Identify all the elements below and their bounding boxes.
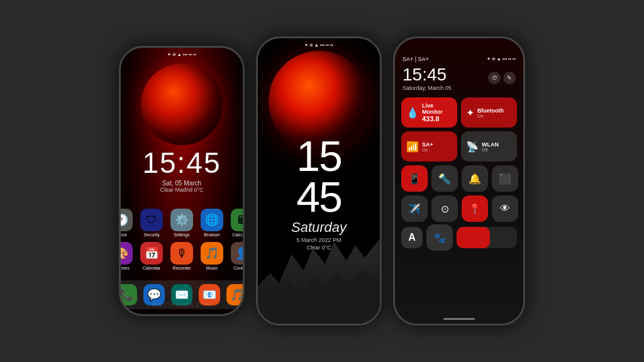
music2-icon: 🎵 (226, 284, 243, 305)
wifi-icon: 📡 (466, 141, 479, 153)
bluetooth-tile[interactable]: ✦ Bluetooth On (461, 97, 517, 128)
status-icons-1: ✦ ⊕ ▲ ▪▪▪ ▪▪ ▪▪ (167, 52, 196, 57)
flashlight-tile[interactable]: 🔦 (431, 165, 458, 192)
cc-edit-icon[interactable]: ✎ (503, 72, 516, 84)
app-music[interactable]: 🎵 Music (201, 242, 223, 270)
cc-row-4: ✈️ ⊙ 📍 👁 (401, 195, 517, 222)
contacts-icon: 👤 (231, 242, 243, 265)
font-tile[interactable]: A (401, 227, 423, 248)
app-grid: 🕐 Clock 🛡 Security ⚙️ Settings 🌐 Browser… (121, 209, 243, 270)
flashlight-icon: 🔦 (438, 173, 451, 185)
music-icon: 🎵 (201, 242, 223, 265)
sa-tile[interactable]: 📶 SA+ On (401, 131, 457, 162)
cc-date: Saturday, March 05 (402, 85, 452, 91)
app-browser[interactable]: 🌐 Browser (201, 209, 223, 237)
cc-action-icons: ⏱ ✎ (488, 72, 516, 84)
bluetooth-icon: ✦ (466, 107, 474, 119)
control-tiles: 💧 Live Monitor 433.8 ✦ Bluetooth On (395, 95, 523, 224)
airplane-tile[interactable]: ✈️ (401, 195, 428, 222)
dock-music2[interactable]: 🎵 (226, 284, 243, 305)
phone-2: ✦ ⊕ ▲ ▪▪▪ ▪▪ ▪▪ 15 45 Saturday 5 March 2… (256, 36, 382, 326)
sa-text: SA+ On (422, 141, 433, 152)
cc-status-icons: ✦ ⊕ ▲ ▪▪▪ ▪▪ ▪▪ (487, 57, 516, 62)
live-monitor-tile[interactable]: 💧 Live Monitor 433.8 (401, 97, 457, 128)
airplane-icon: ✈️ (408, 203, 421, 215)
music-label: Music (206, 266, 218, 270)
wlan-sub: Off (482, 148, 499, 152)
focus-tile[interactable]: ⊙ (431, 195, 458, 222)
wlan-title: WLAN (482, 141, 499, 148)
live-monitor-text: Live Monitor 433.8 (422, 102, 452, 123)
app-calculator[interactable]: 🖩 Calculator (231, 209, 243, 237)
calculator-label: Calculator (232, 233, 243, 237)
clock-icon: 🕐 (121, 209, 133, 231)
calendar-icon: 📅 (140, 242, 163, 265)
wlan-tile[interactable]: 📡 WLAN Off (461, 131, 517, 162)
app-clock[interactable]: 🕐 Clock (121, 209, 133, 237)
phone-2-screen: ✦ ⊕ ▲ ▪▪▪ ▪▪ ▪▪ 15 45 Saturday 5 March 2… (258, 38, 380, 324)
cc-time: 15:45 (402, 65, 452, 85)
sa-sub: On (422, 148, 433, 152)
security-icon: 🛡 (140, 209, 163, 231)
home-indicator[interactable] (443, 318, 475, 320)
cc-time-date: 15:45 Saturday, March 05 (402, 65, 452, 91)
time-display-1: 15:45 (142, 148, 221, 177)
app-recorder[interactable]: 🎙 Recorder (170, 242, 193, 270)
phone-1: ✦ ⊕ ▲ ▪▪▪ ▪▪ ▪▪ 15:45 Sat, 05 March Clea… (119, 46, 245, 316)
cc-timer-icon[interactable]: ⏱ (488, 72, 501, 84)
live-monitor-icon: 💧 (406, 107, 419, 119)
screen-record-icon: ⬛ (499, 173, 511, 185)
security-label: Security (143, 233, 159, 237)
settings-label: Settings (174, 233, 189, 237)
weather-display-1: Clear Madrid 0°C (142, 187, 221, 193)
clock-widget-1: 15:45 Sat, 05 March Clear Madrid 0°C (142, 148, 221, 193)
bluetooth-text: Bluetooth On (477, 107, 504, 118)
cc-row-1: 💧 Live Monitor 433.8 ✦ Bluetooth On (401, 97, 517, 128)
app-contacts[interactable]: 👤 Contacts (231, 242, 243, 270)
eye-tile[interactable]: 👁 (492, 195, 518, 222)
sa-title: SA+ (422, 141, 433, 148)
wlan-text: WLAN Off (482, 141, 499, 152)
bluetooth-title: Bluetooth (477, 107, 504, 114)
cc-row-3: 📱 🔦 🔔 ⬛ (401, 165, 517, 192)
app-calendar[interactable]: 📅 Calendar (140, 242, 163, 270)
calendar-label: Calendar (143, 266, 160, 270)
browser-icon: 🌐 (201, 209, 223, 231)
recorder-icon: 🎙 (170, 242, 193, 265)
pet-icon: 🐾 (433, 232, 446, 244)
alarm-icon: 🔔 (469, 173, 481, 185)
settings-icon: ⚙️ (170, 209, 193, 231)
browser-label: Browser (204, 233, 220, 237)
phone-1-screen: ✦ ⊕ ▲ ▪▪▪ ▪▪ ▪▪ 15:45 Sat, 05 March Clea… (121, 48, 243, 314)
phone-2-statusbar: ✦ ⊕ ▲ ▪▪▪ ▪▪ ▪▪ (258, 38, 380, 52)
dock-phone[interactable]: 📞 (121, 284, 137, 305)
cc-media-row: A 🐾 (395, 224, 523, 251)
app-settings[interactable]: ⚙️ Settings (170, 209, 193, 237)
mountain-background (258, 211, 380, 324)
control-center-header: SA+ | SA+ ✦ ⊕ ▲ ▪▪▪ ▪▪ ▪▪ 15:45 Saturday… (395, 38, 523, 95)
app-row-1: 🕐 Clock 🛡 Security ⚙️ Settings 🌐 Browser… (121, 209, 243, 237)
themes-label: Themes (121, 266, 130, 270)
status-icons-2: ✦ ⊕ ▲ ▪▪▪ ▪▪ ▪▪ (304, 43, 333, 48)
brightness-bar[interactable] (457, 227, 517, 248)
brightness-fill (457, 227, 490, 248)
phone-1-statusbar: ✦ ⊕ ▲ ▪▪▪ ▪▪ ▪▪ (121, 48, 243, 62)
location-tile[interactable]: 📍 (462, 195, 488, 222)
themes-icon: 🎨 (121, 242, 133, 265)
app-security[interactable]: 🛡 Security (140, 209, 163, 237)
cc-carrier: SA+ | SA+ (402, 56, 429, 62)
cc-top-row: SA+ | SA+ ✦ ⊕ ▲ ▪▪▪ ▪▪ ▪▪ (402, 56, 516, 62)
app-row-2: 🎨 Themes 📅 Calendar 🎙 Recorder 🎵 Music 👤 (121, 242, 243, 270)
pet-tile[interactable]: 🐾 (426, 224, 453, 251)
cast-tile[interactable]: 📱 (401, 165, 428, 192)
signal-icon: 📶 (406, 141, 419, 153)
time-display-2: 15 45 (291, 136, 347, 217)
eye-icon: 👁 (500, 203, 510, 214)
mountain-svg (258, 211, 380, 324)
cc-time-row: 15:45 Saturday, March 05 ⏱ ✎ (402, 65, 516, 91)
contacts-label: Contacts (233, 266, 243, 270)
alarm-tile[interactable]: 🔔 (462, 165, 488, 192)
screen-record-tile[interactable]: ⬛ (492, 165, 518, 192)
focus-icon: ⊙ (441, 203, 449, 215)
app-themes[interactable]: 🎨 Themes (121, 242, 133, 270)
